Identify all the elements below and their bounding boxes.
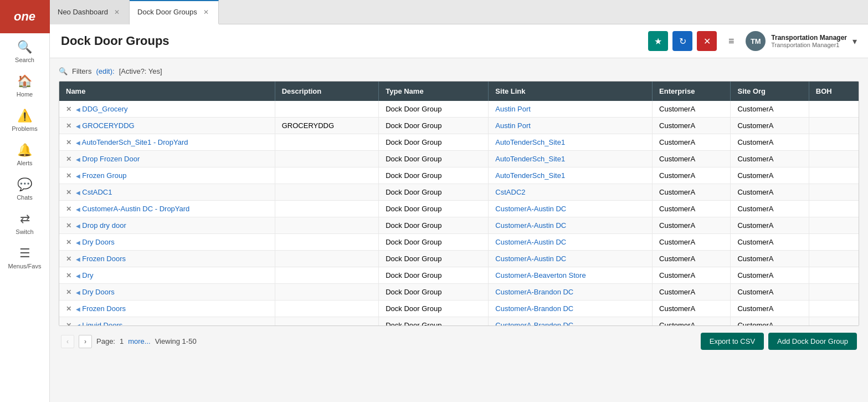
row-site-org: CustomerA: [731, 151, 809, 167]
table-scroll[interactable]: Name Description Type Name Site Link: [59, 82, 859, 325]
table-row: ✕ ◀ Liquid Doors Dock Door GroupCustomer…: [59, 317, 859, 326]
row-site-link[interactable]: CustomerA-Brandon DC: [495, 304, 573, 313]
row-type-name: Dock Door Group: [379, 267, 489, 284]
filter-active-text: [Active?: Yes]: [119, 67, 162, 75]
menu-button[interactable]: ≡: [721, 31, 741, 51]
row-name-link[interactable]: CstADC1: [82, 188, 112, 196]
col-header-enterprise[interactable]: Enterprise: [653, 82, 731, 101]
row-enterprise: CustomerA: [653, 184, 731, 201]
row-site-link[interactable]: CustomerA-Brandon DC: [495, 288, 573, 296]
warning-icon: ⚠️: [17, 109, 32, 123]
delete-row-button[interactable]: ✕: [66, 222, 71, 230]
row-name-link[interactable]: Drop dry door: [82, 221, 126, 230]
row-site-link[interactable]: CustomerA-Brandon DC: [495, 321, 573, 325]
row-site-link[interactable]: CustomerA-Austin DC: [495, 238, 566, 246]
delete-row-button[interactable]: ✕: [66, 272, 71, 279]
sidebar-item-home[interactable]: 🏠 Home: [0, 68, 50, 102]
row-name-link[interactable]: Drop Frozen Door: [82, 155, 140, 163]
row-boh: [809, 134, 859, 151]
pagination-bar: ‹ › Page: 1 more... Viewing 1-50 Export …: [59, 326, 859, 350]
col-header-site-org[interactable]: Site Org: [731, 82, 809, 101]
row-site-link[interactable]: AutoTenderSch_Site1: [495, 155, 565, 163]
row-site-link[interactable]: CustomerA-Austin DC: [495, 205, 566, 213]
sidebar-item-switch[interactable]: ⇄ Switch: [0, 205, 50, 240]
refresh-button[interactable]: ↻: [672, 31, 692, 51]
tab-close-neo-dashboard[interactable]: ✕: [112, 8, 121, 17]
close-button[interactable]: ✕: [697, 31, 717, 51]
row-description: [275, 301, 379, 317]
row-name-link[interactable]: Dry Doors: [82, 238, 115, 246]
row-site-link[interactable]: Austin Port: [495, 121, 531, 130]
row-boh: [809, 118, 859, 134]
more-pages-link[interactable]: more...: [128, 337, 150, 345]
sidebar-item-problems[interactable]: ⚠️ Problems: [0, 102, 50, 136]
sidebar-item-alerts[interactable]: 🔔 Alerts: [0, 136, 50, 171]
delete-row-button[interactable]: ✕: [66, 238, 71, 246]
delete-row-button[interactable]: ✕: [66, 155, 71, 163]
col-header-description[interactable]: Description: [275, 82, 379, 101]
delete-row-button[interactable]: ✕: [66, 172, 71, 180]
table-row: ✕ ◀ AutoTenderSch_Site1 - DropYard Dock …: [59, 134, 859, 151]
row-name-link[interactable]: Liquid Doors: [82, 321, 122, 325]
row-site-link[interactable]: AutoTenderSch_Site1: [495, 171, 565, 180]
sidebar-item-label: Menus/Favs: [8, 263, 42, 269]
row-site-link[interactable]: CstADC2: [495, 188, 525, 196]
row-enterprise: CustomerA: [653, 151, 731, 167]
prev-page-button[interactable]: ‹: [61, 335, 74, 348]
drag-indicator: ◀: [76, 323, 80, 325]
user-section: TM Transportation Manager Transportation…: [746, 31, 857, 51]
col-header-type-name[interactable]: Type Name: [379, 82, 489, 101]
star-button[interactable]: ★: [648, 31, 668, 51]
row-enterprise: CustomerA: [653, 201, 731, 217]
delete-row-button[interactable]: ✕: [66, 122, 71, 130]
export-csv-button[interactable]: Export to CSV: [701, 333, 764, 350]
row-description: [275, 167, 379, 184]
row-name-link[interactable]: Dry: [82, 271, 93, 279]
delete-row-button[interactable]: ✕: [66, 139, 71, 146]
row-site-org: CustomerA: [731, 184, 809, 201]
col-header-site-link[interactable]: Site Link: [489, 82, 653, 101]
row-site-org: CustomerA: [731, 118, 809, 134]
row-name-link[interactable]: CustomerA-Austin DC - DropYard: [82, 205, 189, 213]
delete-row-button[interactable]: ✕: [66, 255, 71, 263]
delete-row-button[interactable]: ✕: [66, 205, 71, 213]
row-description: [275, 134, 379, 151]
row-name-link[interactable]: Frozen Doors: [82, 255, 126, 263]
row-enterprise: CustomerA: [653, 167, 731, 184]
action-buttons: Export to CSV Add Dock Door Group: [701, 333, 857, 350]
row-site-link[interactable]: CustomerA-Austin DC: [495, 221, 566, 230]
filter-edit-link[interactable]: (edit):: [96, 67, 114, 75]
row-name-link[interactable]: DDG_Grocery: [82, 105, 127, 113]
row-description: [275, 234, 379, 251]
next-page-button[interactable]: ›: [79, 335, 92, 348]
sidebar-item-menus[interactable]: ☰ Menus/Favs: [0, 240, 50, 274]
row-site-link[interactable]: Austin Port: [495, 105, 531, 113]
tab-label: Dock Door Groups: [137, 8, 197, 16]
row-boh: [809, 251, 859, 267]
delete-row-button[interactable]: ✕: [66, 189, 71, 196]
row-site-org: CustomerA: [731, 167, 809, 184]
delete-row-button[interactable]: ✕: [66, 105, 71, 113]
row-name-link[interactable]: AutoTenderSch_Site1 - DropYard: [82, 138, 188, 146]
delete-row-button[interactable]: ✕: [66, 322, 71, 325]
tab-close-dock-door-groups[interactable]: ✕: [202, 8, 210, 17]
row-name-link[interactable]: Frozen Doors: [82, 304, 126, 313]
tab-dock-door-groups[interactable]: Dock Door Groups ✕: [130, 0, 219, 24]
delete-row-button[interactable]: ✕: [66, 305, 71, 313]
row-name-link[interactable]: Dry Doors: [82, 288, 115, 296]
home-icon: 🏠: [17, 74, 32, 89]
sidebar-item-chats[interactable]: 💬 Chats: [0, 171, 50, 205]
row-site-link[interactable]: CustomerA-Austin DC: [495, 255, 566, 263]
row-site-link[interactable]: AutoTenderSch_Site1: [495, 138, 565, 146]
col-header-name[interactable]: Name: [59, 82, 275, 101]
row-site-link[interactable]: CustomerA-Beaverton Store: [495, 271, 585, 279]
col-header-boh[interactable]: BOH: [809, 82, 859, 101]
row-name-link[interactable]: GROCERYDDG: [82, 121, 134, 130]
row-name-link[interactable]: Frozen Group: [82, 171, 126, 180]
tab-neo-dashboard[interactable]: Neo Dashboard ✕: [50, 0, 130, 24]
sidebar-item-search[interactable]: 🔍 Search: [0, 33, 50, 68]
user-dropdown-button[interactable]: ▾: [852, 36, 857, 47]
add-dock-door-group-button[interactable]: Add Dock Door Group: [768, 333, 857, 350]
sidebar-item-label: Problems: [12, 125, 37, 132]
delete-row-button[interactable]: ✕: [66, 288, 71, 296]
